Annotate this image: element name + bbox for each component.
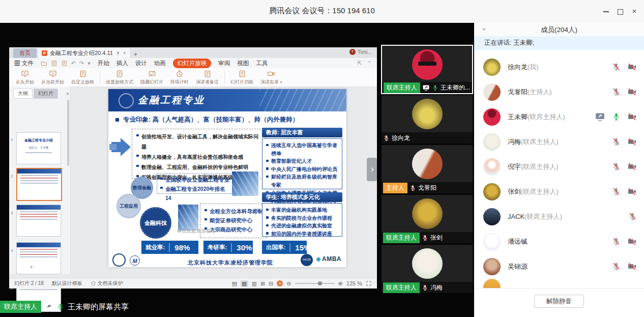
member-row[interactable]: 倪宇(联席主持人) <box>483 154 637 179</box>
mic-muted-icon[interactable] <box>612 88 621 96</box>
maximize-button[interactable] <box>616 7 625 16</box>
slide-thumbnail-4[interactable] <box>16 242 61 274</box>
mic-muted-icon[interactable] <box>612 187 621 196</box>
new-tab-button[interactable]: + <box>134 50 138 58</box>
zoom-out-icon[interactable]: ⊖ <box>286 280 291 287</box>
normal-view-icon[interactable]: ▦ <box>241 280 248 287</box>
mic-muted-icon[interactable] <box>612 162 621 171</box>
mic-muted-icon[interactable] <box>612 237 621 246</box>
account-avatar: T <box>349 49 356 55</box>
play-slideshow-button[interactable] <box>277 280 283 286</box>
video-tile-geyuyang[interactable]: 主持人 戈誉阳 <box>382 145 473 193</box>
camera-off-icon[interactable] <box>627 87 637 97</box>
ribbon-rehearse-timing[interactable]: 排练计时 <box>167 70 192 85</box>
mic-muted-icon[interactable] <box>612 262 621 271</box>
menu-file[interactable]: ☰ 文件 <box>14 60 34 67</box>
collapse-ribbon-icon[interactable]: ⌃ <box>367 60 372 67</box>
participant-name: 徐向龙 <box>392 134 410 142</box>
menu-slideshow[interactable]: 幻灯片放映 <box>173 59 212 68</box>
video-tile-fengmei[interactable]: 联席主持人 冯梅 <box>382 245 473 293</box>
close-pane-icon[interactable]: × <box>66 91 69 97</box>
lock-view-icon[interactable]: ⊟ <box>269 280 273 287</box>
fit-screen-icon[interactable] <box>366 280 372 286</box>
member-row[interactable]: 戈誉阳(主持人) <box>483 79 637 104</box>
mic-muted-icon[interactable] <box>612 137 621 146</box>
slide-thumbnail-2-selected[interactable] <box>16 168 62 201</box>
status-protection[interactable]: 文档未保护 <box>91 280 123 287</box>
camera-off-icon[interactable] <box>627 187 637 196</box>
menu-insert[interactable]: 插入 <box>116 60 128 67</box>
zoom-level[interactable]: 125 % <box>346 280 362 286</box>
unmute-button[interactable]: 解除静音 <box>534 295 584 308</box>
member-row[interactable]: 潘远铖 <box>483 229 637 254</box>
avatar <box>412 198 443 229</box>
redo-icon[interactable]: ↷ <box>79 60 84 67</box>
ribbon-speaker-notes[interactable]: 演讲者备注 <box>192 70 222 85</box>
wps-home-tab[interactable]: 首页 <box>13 48 37 58</box>
menu-animation[interactable]: 动画 <box>154 60 166 67</box>
notes-hint[interactable]: 单击此处添加备注 <box>177 228 279 235</box>
ribbon-from-current[interactable]: 从当前开始 <box>38 70 68 85</box>
avatar <box>483 258 501 275</box>
zoom-in-icon[interactable]: ⊕ <box>338 280 343 287</box>
reading-view-icon[interactable]: ⊞ <box>260 280 265 287</box>
share-window-icon[interactable]: ⇱ <box>358 60 362 67</box>
save-icon[interactable] <box>51 60 57 67</box>
zoom-slider-handle[interactable] <box>318 281 322 285</box>
avatar <box>483 158 501 176</box>
undo-icon[interactable]: ↶ <box>71 60 76 67</box>
menu-design[interactable]: 设计 <box>135 60 147 67</box>
minimize-button[interactable] <box>601 7 610 16</box>
zoom-slider[interactable] <box>295 283 335 284</box>
ribbon-lecture-record[interactable]: 演讲实录 ▾ <box>257 70 286 85</box>
pin-icon[interactable] <box>115 51 121 56</box>
thumbnail-scrollbar[interactable] <box>67 100 69 166</box>
ribbon-hide-slide[interactable]: 隐藏幻灯片 <box>137 70 167 85</box>
wps-document-tab[interactable]: P 金融工程专业介绍20.4.11 × <box>38 48 130 58</box>
camera-off-icon[interactable] <box>627 62 637 72</box>
mic-muted-icon[interactable] <box>628 212 637 221</box>
member-row[interactable]: 徐向龙(我) <box>483 54 637 79</box>
add-slide-button[interactable]: + <box>30 264 33 271</box>
ribbon-slide-function[interactable]: 幻灯片功能 <box>227 70 257 85</box>
ribbon-setup-show[interactable]: 设置放映方式 <box>102 70 137 85</box>
member-row[interactable]: 张剑(联席主持人) <box>483 179 637 204</box>
mic-muted-icon <box>409 185 416 191</box>
close-tab-icon[interactable]: × <box>123 50 126 56</box>
notes-toggle-icon[interactable]: ▤ <box>232 280 237 287</box>
camera-off-icon[interactable] <box>627 137 637 147</box>
camera-off-icon[interactable] <box>627 237 637 246</box>
sorter-view-icon[interactable]: ▥ <box>252 280 257 287</box>
slide-thumbnail-1[interactable]: 金融工程专业介绍 报告人：王未卿 <box>16 132 61 164</box>
mic-muted-icon[interactable] <box>612 63 621 71</box>
camera-off-icon[interactable] <box>627 262 637 271</box>
print-icon[interactable] <box>61 60 68 67</box>
camera-off-icon[interactable] <box>627 112 637 122</box>
member-row[interactable]: JACK(联席主持人) <box>483 204 637 229</box>
menu-review[interactable]: 审阅 <box>218 60 230 67</box>
mic-on-icon[interactable] <box>612 112 621 121</box>
close-button[interactable]: × <box>630 7 639 16</box>
menu-start[interactable]: 开始 <box>98 60 109 67</box>
tab-slides[interactable]: 幻灯片 <box>34 89 58 99</box>
ribbon-from-beginning[interactable]: 从头开始 <box>12 70 38 85</box>
menu-tools[interactable]: 工具 <box>256 60 268 67</box>
slide-thumbnail-3[interactable] <box>16 205 61 237</box>
wps-account[interactable]: T Timi... <box>349 49 372 55</box>
video-tile-wangweiqing[interactable]: 联席主持人 王未卿的... <box>381 45 473 94</box>
open-icon[interactable] <box>41 60 47 67</box>
member-row[interactable]: 王未卿(联席主持人) <box>483 104 637 129</box>
more-icon[interactable]: ▾ <box>87 60 91 67</box>
slide-mid-box: 全国较早设立金融工程专业 金融工程专业2020年排名14 <box>157 174 234 194</box>
menu-view[interactable]: 视图 <box>237 60 249 67</box>
camera-off-icon[interactable] <box>627 162 637 171</box>
status-template[interactable]: 默认设计模板 <box>52 280 82 287</box>
video-strip-toggle-handle[interactable] <box>367 158 377 181</box>
video-tile-zhangjian[interactable]: 联席主持人 张剑 <box>382 195 473 243</box>
member-row[interactable]: 吴锦源 <box>483 254 637 279</box>
screen-share-icon[interactable] <box>595 111 605 122</box>
tab-outline[interactable]: 大纲 <box>13 89 33 99</box>
member-row[interactable]: 冯梅(联席主持人) <box>483 129 637 154</box>
video-tile-xuxianglong[interactable]: 徐向龙 <box>382 95 473 143</box>
ribbon-custom-show[interactable]: 自定义放映 <box>68 70 98 85</box>
